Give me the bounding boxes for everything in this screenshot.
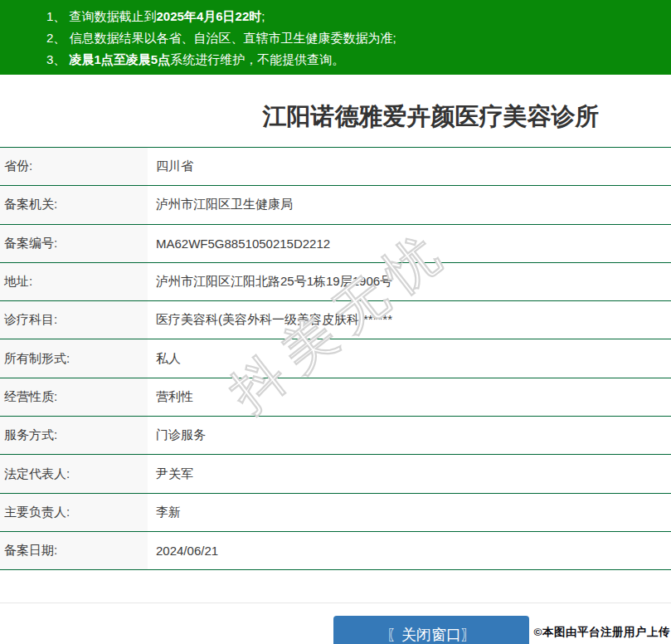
row-label: 主要负责人: [0, 494, 148, 531]
table-row: 地址: 泸州市江阳区江阳北路25号1栋19层1906号 [0, 263, 671, 301]
row-label: 省份: [0, 148, 148, 185]
notice-text: 3、 [46, 52, 70, 66]
row-label: 法定代表人: [0, 455, 148, 492]
row-value: 四川省 [148, 148, 671, 185]
row-value: 尹关军 [148, 455, 671, 492]
table-row: 主要负责人: 李新 [0, 494, 671, 532]
notice-header: 1、 查询数据截止到2025年4月6日22时; 2、 信息数据结果以各省、自治区… [0, 0, 671, 75]
table-row: 所有制形式: 私人 [0, 339, 671, 378]
row-label: 备案机关: [0, 186, 148, 223]
row-value: 泸州市江阳区卫生健康局 [148, 186, 671, 223]
row-value: 泸州市江阳区江阳北路25号1栋19层1906号 [148, 263, 671, 300]
row-value: 私人 [148, 339, 671, 377]
registration-info-table: 省份: 四川省 备案机关: 泸州市江阳区卫生健康局 备案编号: MA62WF5G… [0, 147, 671, 570]
notice-text: 1、 查询数据截止到 [46, 9, 157, 23]
table-row: 诊疗科目: 医疗美容科(美容外科一级美容皮肤科)****** [0, 301, 671, 339]
table-row: 经营性质: 营利性 [0, 378, 671, 417]
notice-bold-text: 2025年4月6日22时 [157, 9, 262, 23]
table-row: 备案机关: 泸州市江阳区卫生健康局 [0, 186, 671, 224]
row-label: 备案日期: [0, 532, 148, 569]
row-value: MA62WF5G8851050215D2212 [148, 225, 671, 262]
notice-text: 2、 信息数据结果以各省、自治区、直辖市卫生健康委数据为准; [46, 31, 396, 45]
row-value: 营利性 [148, 378, 671, 416]
row-label: 备案编号: [0, 225, 148, 262]
upload-credit-watermark: ©本图由平台注册用户上传 [534, 625, 670, 640]
notice-line-2: 2、 信息数据结果以各省、自治区、直辖市卫生健康委数据为准; [46, 27, 663, 49]
table-row: 服务方式: 门诊服务 [0, 417, 671, 455]
notice-text: ; [261, 9, 265, 23]
row-value: 门诊服务 [148, 417, 671, 454]
row-value: 2024/06/21 [148, 532, 671, 569]
row-label: 经营性质: [0, 378, 148, 416]
row-label: 地址: [0, 263, 148, 300]
row-value: 李新 [148, 494, 671, 531]
close-window-button[interactable]: 〖关闭窗口〗 [333, 616, 529, 644]
table-row: 省份: 四川省 [0, 148, 671, 186]
table-row: 备案日期: 2024/06/21 [0, 532, 671, 570]
notice-line-1: 1、 查询数据截止到2025年4月6日22时; [46, 6, 663, 27]
row-label: 所有制形式: [0, 339, 148, 377]
table-row: 备案编号: MA62WF5G8851050215D2212 [0, 225, 671, 263]
notice-bold-text: 凌晨1点至凌晨5点 [70, 52, 171, 66]
notice-line-3: 3、 凌晨1点至凌晨5点系统进行维护，不能提供查询。 [46, 49, 663, 71]
footer-divider [0, 603, 671, 603]
row-value: 医疗美容科(美容外科一级美容皮肤科)****** [148, 301, 671, 339]
clinic-name-title: 江阳诺德雅爱卉颜医疗美容诊所 [0, 100, 671, 134]
row-label: 服务方式: [0, 417, 148, 454]
notice-text: 系统进行维护，不能提供查询。 [170, 52, 344, 66]
row-label: 诊疗科目: [0, 301, 148, 339]
table-row: 法定代表人: 尹关军 [0, 455, 671, 493]
